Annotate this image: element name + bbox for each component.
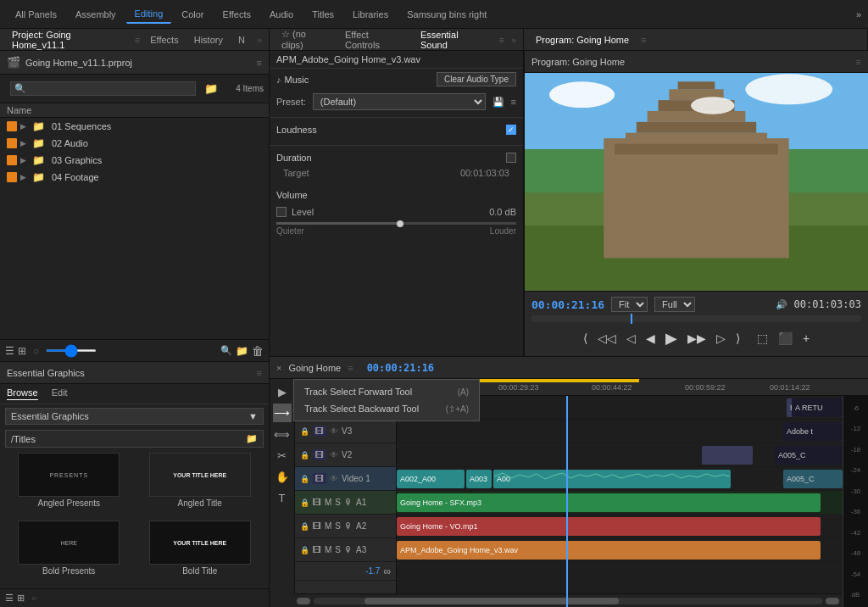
pm-rewind-button[interactable]: ◀ bbox=[643, 330, 659, 347]
project-new-bin-icon[interactable]: 📁 bbox=[204, 82, 218, 95]
solo-icon-a3[interactable]: S bbox=[335, 545, 341, 554]
tab-program-monitor[interactable]: Program: Going Home bbox=[531, 33, 634, 47]
clear-audio-type-button[interactable]: Clear Audio Type bbox=[437, 72, 516, 86]
tab-project[interactable]: Project: Going Home_v11.1 bbox=[7, 28, 130, 52]
delete-icon[interactable]: 🗑 bbox=[252, 344, 264, 358]
tab-essential-sound[interactable]: Essential Sound bbox=[415, 28, 492, 52]
essential-graphics-menu[interactable]: ≡ bbox=[257, 368, 262, 378]
nav-audio[interactable]: Audio bbox=[261, 6, 302, 23]
tab-n[interactable]: N bbox=[233, 33, 250, 47]
track-clip-a3-apm[interactable]: APM_Adobe_Going Home_v3.wav bbox=[397, 541, 821, 560]
pm-forward-button[interactable]: ▶▶ bbox=[684, 330, 709, 347]
scroll-right-btn[interactable] bbox=[826, 598, 839, 604]
pm-timeline-bar[interactable] bbox=[531, 315, 861, 322]
track-clip-v1-a003[interactable]: A003 bbox=[466, 470, 492, 488]
es-preset-save-icon[interactable]: 💾 bbox=[492, 97, 504, 108]
track-clip-v3-right[interactable]: Adobe t bbox=[783, 422, 843, 441]
eg-item-bold-title[interactable]: Bold Title bbox=[136, 521, 264, 585]
pm-lift-button[interactable]: ⬚ bbox=[754, 330, 771, 347]
loudness-checkbox[interactable]: ✓ bbox=[506, 125, 516, 135]
pm-resolution-select[interactable]: Full bbox=[654, 297, 695, 312]
pm-play-button[interactable]: ▶ bbox=[662, 327, 681, 349]
razor-tool-button[interactable]: ✂ bbox=[273, 446, 292, 465]
expand-arrow-04[interactable]: ▶ bbox=[20, 173, 29, 181]
solo-icon-a2[interactable]: S bbox=[335, 521, 341, 531]
nav-more-button[interactable]: » bbox=[856, 9, 861, 19]
search-icon-bottom[interactable]: 🔍 bbox=[220, 345, 232, 356]
eg-item-bold-presents[interactable]: Bold Presents bbox=[5, 521, 133, 585]
timeline-close-button[interactable]: × bbox=[276, 363, 281, 373]
new-bin-icon-bottom[interactable]: 📁 bbox=[236, 345, 248, 357]
track-clip-v2-a[interactable] bbox=[702, 446, 753, 465]
pm-prev-frame-button[interactable]: ◁ bbox=[623, 330, 639, 347]
project-search-box[interactable]: 🔍 bbox=[10, 81, 196, 96]
tab-no-clips[interactable]: ☆ (no clips) bbox=[276, 27, 335, 52]
level-checkbox[interactable] bbox=[276, 207, 287, 217]
list-item[interactable]: ▶ 📁 02 Audio bbox=[0, 135, 269, 152]
pm-next-frame-button[interactable]: ▷ bbox=[713, 330, 729, 347]
track-clip-v4-right[interactable]: A RETU bbox=[792, 398, 843, 417]
scroll-left-btn[interactable] bbox=[297, 598, 310, 604]
track-clip-v1-a005[interactable]: A005_C bbox=[783, 470, 843, 488]
track-clip-a2-vo[interactable]: Going Home - VO.mp1 bbox=[397, 517, 821, 536]
timeline-scrollbar[interactable] bbox=[314, 598, 822, 604]
list-view-icon[interactable]: ☰ bbox=[5, 345, 14, 357]
pm-fit-select[interactable]: Fit bbox=[611, 297, 648, 312]
ripple-tool-button[interactable]: ⟺ bbox=[273, 425, 292, 443]
track-select-backward-item[interactable]: Track Select Backward Tool (⇧+A) bbox=[294, 400, 479, 417]
expand-arrow-03[interactable]: ▶ bbox=[20, 156, 29, 164]
search-input[interactable] bbox=[30, 84, 192, 94]
pm-add-button[interactable]: + bbox=[799, 330, 813, 347]
solo-icon-a1[interactable]: S bbox=[335, 498, 341, 507]
eg-path[interactable]: /Titles 📁 bbox=[5, 430, 264, 448]
nav-titles[interactable]: Titles bbox=[303, 6, 342, 23]
track-clip-v1-a002[interactable]: A002_A00 bbox=[397, 470, 465, 488]
nav-effects[interactable]: Effects bbox=[214, 6, 259, 23]
tab-browse[interactable]: Browse bbox=[7, 387, 38, 400]
timeline-menu-icon[interactable]: ≡ bbox=[348, 363, 353, 373]
pm-out-point-button[interactable]: ⟩ bbox=[732, 330, 743, 347]
nav-libraries[interactable]: Libraries bbox=[344, 6, 397, 23]
list-view-icon-eg[interactable]: ☰ bbox=[5, 593, 14, 604]
es-preset-menu-icon[interactable]: ≡ bbox=[511, 97, 516, 107]
eg-item-angled-title[interactable]: Angled Title bbox=[136, 453, 264, 517]
mute-icon-a3[interactable]: M bbox=[325, 545, 331, 554]
nav-color[interactable]: Color bbox=[173, 6, 212, 23]
pm-extract-button[interactable]: ⬛ bbox=[775, 330, 796, 347]
track-clip-v2-right[interactable]: A005_C bbox=[775, 446, 843, 465]
hand-tool-button[interactable]: ✋ bbox=[273, 467, 292, 486]
nav-assembly[interactable]: Assembly bbox=[67, 6, 125, 23]
timeline-playhead[interactable] bbox=[566, 396, 568, 607]
mute-icon-a2[interactable]: M bbox=[325, 521, 331, 531]
list-item[interactable]: ▶ 📁 03 Graphics bbox=[0, 152, 269, 169]
track-select-tool-button[interactable]: ⟶ bbox=[273, 404, 292, 422]
list-item[interactable]: ▶ 📁 01 Sequences bbox=[0, 118, 269, 135]
es-preset-select[interactable]: (Default) bbox=[313, 93, 486, 110]
tab-edit[interactable]: Edit bbox=[52, 387, 68, 400]
select-tool-button[interactable]: ▶ bbox=[273, 382, 292, 401]
nav-all-panels[interactable]: All Panels bbox=[7, 6, 65, 23]
eg-dropdown[interactable]: Essential Graphics ▼ bbox=[5, 408, 264, 425]
expand-arrow-01[interactable]: ▶ bbox=[20, 122, 29, 131]
project-menu-icon[interactable]: ≡ bbox=[257, 58, 262, 68]
nav-samsung[interactable]: Samsung bins right bbox=[398, 6, 495, 23]
track-clip-a1-sfx[interactable]: Going Home - SFX.mp3 bbox=[397, 493, 821, 512]
eg-item-angled-presents[interactable]: Angled Presents bbox=[5, 453, 133, 517]
zoom-slider[interactable] bbox=[46, 349, 97, 352]
grid-view-icon-eg[interactable]: ⊞ bbox=[17, 593, 25, 604]
level-slider[interactable] bbox=[276, 222, 516, 225]
infinite-icon[interactable]: ∞ bbox=[383, 565, 391, 577]
pm-menu-icon[interactable]: ≡ bbox=[856, 57, 861, 67]
tab-history[interactable]: History bbox=[189, 33, 228, 47]
tab-effect-controls[interactable]: Effect Controls bbox=[340, 28, 410, 52]
duration-checkbox[interactable] bbox=[506, 153, 516, 163]
eye-icon-v1[interactable]: 👁 bbox=[330, 474, 338, 483]
track-select-forward-item[interactable]: Track Select Forward Tool (A) bbox=[294, 383, 479, 400]
grid-view-icon[interactable]: ⊞ bbox=[18, 345, 26, 357]
tab-effects[interactable]: Effects bbox=[145, 33, 183, 47]
eye-icon-v2[interactable]: 👁 bbox=[330, 450, 338, 459]
expand-arrow-02[interactable]: ▶ bbox=[20, 139, 29, 148]
pm-in-point-button[interactable]: ⟨ bbox=[580, 330, 591, 347]
pm-step-back-button[interactable]: ◁◁ bbox=[594, 330, 620, 347]
eye-icon-v3[interactable]: 👁 bbox=[330, 426, 338, 436]
